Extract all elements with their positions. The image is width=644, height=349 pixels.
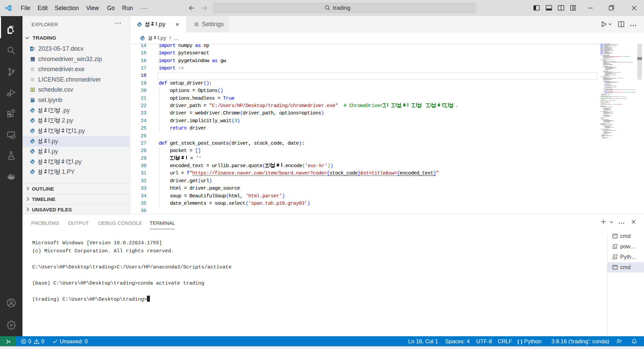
svg-text:C:\: C:\ — [613, 236, 617, 238]
svg-text:w: w — [31, 47, 33, 50]
svg-text:C:\: C:\ — [613, 267, 617, 269]
